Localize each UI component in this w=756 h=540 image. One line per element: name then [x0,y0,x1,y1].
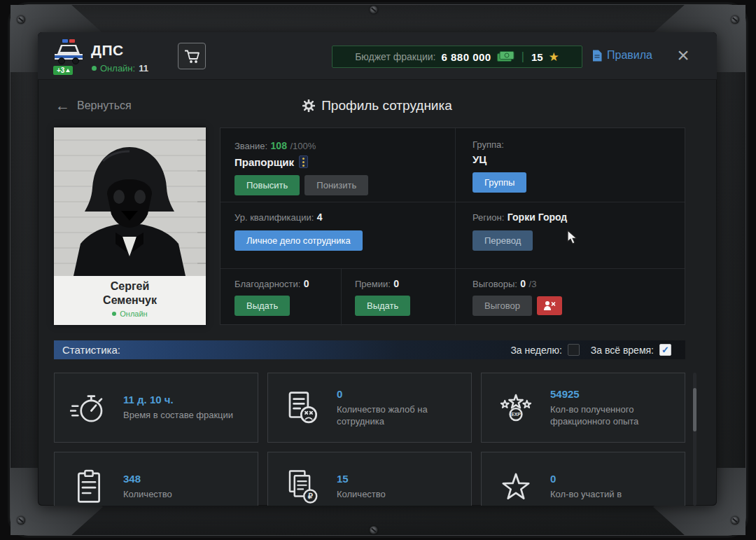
stat-value: 11 д. 10 ч. [123,394,241,406]
employee-name: Сергей Семенчук [54,279,206,307]
clipboard-icon [55,468,123,506]
screw-icon [17,516,25,525]
employee-photo-card: Сергей Семенчук Онлайн [54,127,206,325]
statistics-header: Статистика: За неделю: ✓ За всё время: ✓ [54,340,685,359]
scrollbar[interactable] [693,373,696,506]
rank-insignia-icon[interactable] [299,155,308,168]
stat-card-salary: ₽ 15 Количество [267,452,472,506]
close-button[interactable]: × [669,41,697,69]
divider [455,128,456,268]
divider [341,268,342,326]
svg-text:EXP: EXP [511,412,521,417]
screw-icon [731,15,739,24]
employee-photo [54,127,206,276]
gear-icon [302,99,315,112]
rules-button[interactable]: Правила [592,49,652,62]
screw-icon [370,526,378,534]
week-checkbox[interactable]: ✓ [568,344,580,356]
header: +3 ДПС Онлайн: 11 Бюджет фракции: 6 880 … [38,32,717,80]
online-dot-icon [112,312,116,316]
stat-value: 54925 [550,388,685,400]
stat-label: Количество [123,489,181,501]
online-dot-icon [92,66,97,71]
stat-value: 15 [337,473,394,485]
shop-button[interactable] [178,43,206,69]
online-status: Онлайн: 11 [92,63,148,74]
divider [220,202,685,202]
document-icon [592,50,602,62]
personal-file-button[interactable]: Личное дело сотрудника [234,230,363,251]
statistics-filters: За неделю: ✓ За всё время: ✓ [510,344,677,356]
stat-value: 348 [123,473,181,485]
promote-button[interactable]: Повысить [234,175,300,195]
ruble-documents-icon: ₽ [268,468,337,506]
qualification-section: Ур. квалификации: 4 Личное дело сотрудни… [234,211,363,251]
bonus-section: Премии: 0 Выдать [355,277,410,316]
stopwatch-icon [55,389,123,427]
region-section: Регион: Горки Город Перевод [472,211,567,251]
fire-employee-button[interactable] [537,296,562,315]
rank-name: Прапорщик [234,155,368,168]
stat-card-reports: 348 Количество [54,452,258,506]
divider [455,268,456,326]
stat-label: Количество жалоб на сотрудника [337,404,471,428]
stat-label: Кол-во полученного фракционного опыта [550,404,685,428]
give-thanks-button[interactable]: Выдать [234,296,290,316]
thanks-section: Благодарности: 0 Выдать [234,277,309,316]
stat-label: Время в составе фракции [123,410,241,422]
group-section: Группа: УЦ Группы [472,139,526,193]
police-car-icon: +3 [52,39,87,75]
page-title: Профиль сотрудника [38,98,717,113]
stat-card-events: 0 Кол-во участий в [481,452,685,506]
separator: | [520,50,526,63]
cart-icon [184,49,200,64]
stat-value: 0 [337,388,471,400]
stat-label: Кол-во участий в [550,489,630,501]
reprimand-section: Выговоры: 0 /3 Выговор [472,277,562,316]
check-icon: ✓ [662,345,669,354]
alltime-checkbox[interactable]: ✓ [659,344,671,356]
money-bills-icon [497,51,514,62]
star-icon [482,468,550,506]
transfer-button[interactable]: Перевод [472,230,533,251]
up-arrow-icon [66,69,70,72]
faction-name: ДПС [91,42,124,59]
give-bonus-button[interactable]: Выдать [355,296,410,316]
member-badge: +3 [53,66,73,75]
screw-icon [17,15,25,24]
stat-card-time: 11 д. 10 ч. Время в составе фракции [54,373,258,443]
faction-app-screen: +3 ДПС Онлайн: 11 Бюджет фракции: 6 880 … [38,32,717,506]
rank-section: Звание: 108 /100% Прапорщик Повысить Пон… [234,139,368,195]
stat-card-complaints: 0 Количество жалоб на сотрудника [267,373,472,443]
reprimand-button[interactable]: Выговор [472,296,532,316]
screw-icon [370,6,378,14]
remove-person-icon [543,300,556,311]
screw-icon [731,516,739,525]
close-icon: × [677,43,690,67]
svg-text:₽: ₽ [308,492,313,500]
scrollbar-thumb[interactable] [693,388,696,431]
groups-button[interactable]: Группы [472,172,526,193]
star-icon: ★ [549,51,559,63]
complaint-document-icon [268,389,337,427]
demote-button[interactable]: Понизить [304,175,368,195]
faction-budget: Бюджет фракции: 6 880 000 | 15 ★ [332,46,582,68]
statistics-grid: 11 д. 10 ч. Время в составе фракции [54,373,685,506]
employee-online-status: Онлайн [54,310,206,318]
stat-value: 0 [550,473,630,485]
stat-label: Количество [337,489,394,501]
employee-info-panel: Звание: 108 /100% Прапорщик Повысить Пон… [220,127,685,325]
stat-card-exp: EXP 54925 Кол-во полученного фракционног… [481,373,685,443]
exp-stars-icon: EXP [482,389,550,427]
divider [220,268,685,269]
